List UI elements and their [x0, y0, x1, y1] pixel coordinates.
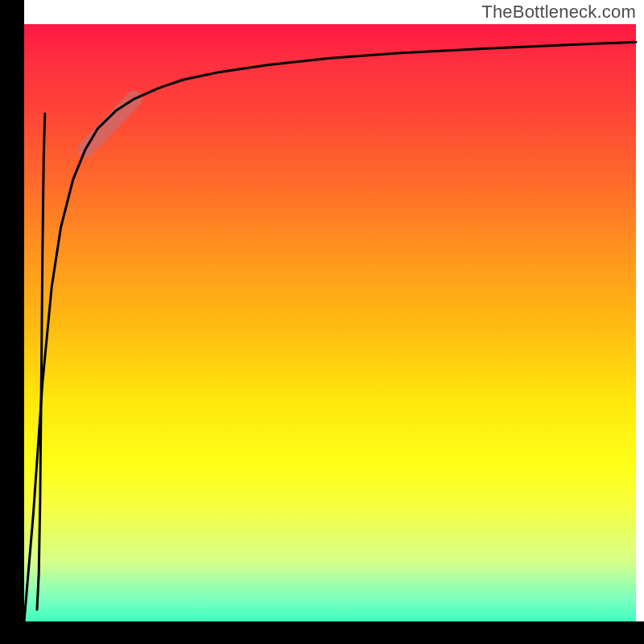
attribution-label: TheBottleneck.com	[481, 2, 636, 23]
y-axis	[0, 0, 24, 628]
chart-canvas: TheBottleneck.com	[0, 0, 644, 644]
plot-area	[24, 24, 636, 628]
x-axis	[0, 621, 644, 644]
